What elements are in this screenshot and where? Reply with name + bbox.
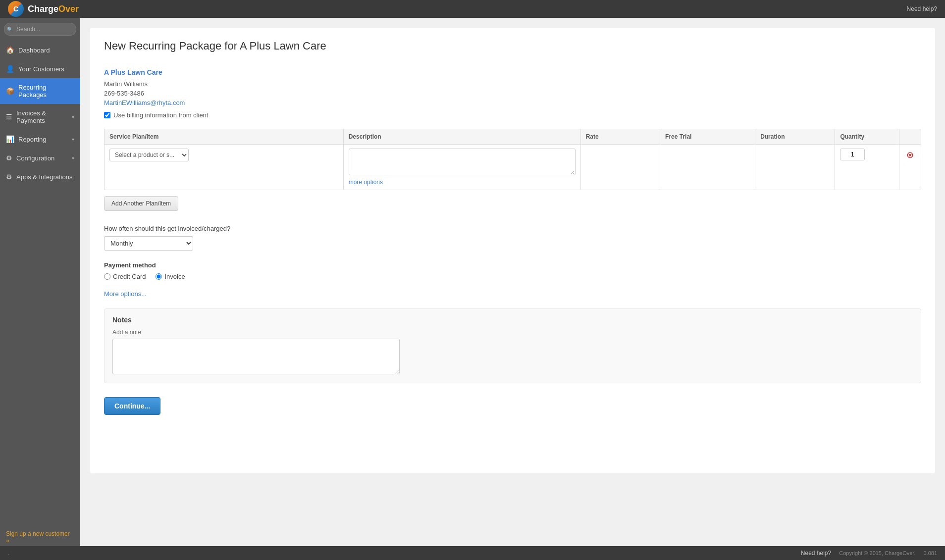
bottom-right: Need help? Copyright © 2015, ChargeOver.… [801, 550, 937, 557]
packages-icon: 📦 [6, 87, 14, 95]
payment-radio-group: Credit Card Invoice [104, 273, 921, 280]
search-wrapper [4, 23, 76, 36]
billing-checkbox-label[interactable]: Use billing information from client [113, 111, 208, 119]
notes-textarea[interactable] [112, 339, 400, 374]
sidebar-label-apps: Apps & Integrations [16, 173, 74, 181]
sidebar-item-apps-integrations[interactable]: ⚙ Apps & Integrations [0, 167, 80, 186]
search-area [0, 18, 80, 41]
sidebar-label-customers: Your Customers [18, 65, 74, 73]
sidebar-nav: 🏠 Dashboard 👤 Your Customers 📦 Recurring… [0, 41, 80, 524]
apps-icon: ⚙ [6, 173, 12, 181]
client-contact: Martin Williams [104, 80, 921, 88]
copyright-text: Copyright © 2015, ChargeOver. [839, 550, 915, 556]
free-trial-cell [660, 145, 755, 190]
chevron-down-icon-reporting: ▾ [72, 137, 74, 142]
service-plan-cell: Select a product or s... [105, 145, 344, 190]
duration-cell [755, 145, 835, 190]
home-icon: 🏠 [6, 46, 14, 54]
sign-up-customer-link[interactable]: Sign up a new customer » [6, 530, 74, 544]
sidebar-item-configuration[interactable]: ⚙ Configuration ▾ [0, 149, 80, 167]
more-options-link[interactable]: more options [349, 179, 576, 186]
invoice-radio[interactable] [156, 273, 162, 280]
sidebar-label-dashboard: Dashboard [18, 47, 74, 54]
sidebar-item-your-customers[interactable]: 👤 Your Customers [0, 59, 80, 78]
billing-checkbox-row: Use billing information from client [104, 111, 921, 119]
quantity-cell: 1 [835, 145, 899, 190]
client-name-link[interactable]: A Plus Lawn Care [104, 68, 921, 76]
sidebar-item-reporting[interactable]: 📊 Reporting ▾ [0, 130, 80, 149]
use-billing-checkbox[interactable] [104, 112, 110, 118]
sidebar-item-recurring-packages[interactable]: 📦 Recurring Packages [0, 78, 80, 104]
th-service-plan: Service Plan/Item [105, 129, 344, 145]
table-row: Select a product or s... more options 1 [105, 145, 921, 190]
sidebar-label-config: Configuration [16, 154, 68, 162]
search-input[interactable] [4, 23, 76, 36]
continue-button[interactable]: Continue... [104, 397, 160, 415]
action-cell: ⊗ [899, 145, 921, 190]
bottom-bar: . Need help? Copyright © 2015, ChargeOve… [0, 546, 945, 560]
more-options-section-link[interactable]: More options... [104, 290, 921, 298]
sidebar-item-invoices-payments[interactable]: ☰ Invoices & Payments ▾ [0, 104, 80, 130]
notes-sublabel: Add a note [112, 329, 913, 336]
th-rate: Rate [580, 129, 660, 145]
sidebar-item-dashboard[interactable]: 🏠 Dashboard [0, 41, 80, 59]
description-textarea[interactable] [349, 149, 576, 175]
th-actions [899, 129, 921, 145]
th-free-trial: Free Trial [660, 129, 755, 145]
description-cell: more options [343, 145, 580, 190]
client-email-link[interactable]: MartinEWilliams@rhyta.com [104, 99, 921, 106]
chevron-down-icon: ▾ [72, 114, 74, 120]
version-text: 0.081 [923, 550, 937, 556]
th-duration: Duration [755, 129, 835, 145]
quantity-input[interactable]: 1 [840, 149, 865, 160]
frequency-select[interactable]: Monthly Weekly Annually Quarterly [104, 236, 193, 251]
notes-section: Notes Add a note [104, 308, 921, 383]
th-description: Description [343, 129, 580, 145]
client-phone: 269-535-3486 [104, 90, 921, 97]
invoice-label: Invoice [164, 273, 185, 280]
credit-card-radio-label[interactable]: Credit Card [104, 273, 146, 280]
remove-row-button[interactable]: ⊗ [904, 151, 916, 159]
credit-card-label: Credit Card [113, 273, 146, 280]
layout: 🏠 Dashboard 👤 Your Customers 📦 Recurring… [0, 18, 945, 560]
bottom-dot: . [8, 550, 9, 557]
credit-card-radio[interactable] [104, 273, 110, 280]
config-icon: ⚙ [6, 154, 12, 162]
invoice-radio-label[interactable]: Invoice [156, 273, 185, 280]
frequency-label: How often should this get invoiced/charg… [104, 225, 921, 232]
customers-icon: 👤 [6, 65, 14, 73]
notes-title: Notes [112, 316, 913, 324]
sidebar-label-invoices: Invoices & Payments [16, 109, 68, 124]
payment-method-title: Payment method [104, 261, 921, 269]
service-plan-table: Service Plan/Item Description Rate Free … [104, 129, 921, 190]
main-content: New Recurring Package for A Plus Lawn Ca… [80, 18, 945, 560]
product-select[interactable]: Select a product or s... [109, 149, 189, 161]
chevron-down-icon-config: ▾ [72, 155, 74, 161]
th-quantity: Quantity [835, 129, 899, 145]
sidebar: 🏠 Dashboard 👤 Your Customers 📦 Recurring… [0, 18, 80, 560]
rate-cell [580, 145, 660, 190]
bottom-help-link[interactable]: Need help? [801, 550, 831, 557]
top-help-link[interactable]: Need help? [907, 5, 937, 12]
page-title: New Recurring Package for A Plus Lawn Ca… [104, 40, 921, 58]
page-container: New Recurring Package for A Plus Lawn Ca… [90, 28, 935, 473]
app-name: ChargeOver [28, 4, 79, 14]
reporting-icon: 📊 [6, 135, 14, 143]
sidebar-label-packages: Recurring Packages [18, 84, 74, 99]
logo-icon: C [8, 1, 24, 17]
logo-area: C ChargeOver [8, 1, 79, 17]
add-plan-button[interactable]: Add Another Plan/Item [104, 196, 178, 211]
sidebar-label-reporting: Reporting [18, 136, 68, 143]
payment-method-section: Payment method Credit Card Invoice [104, 261, 921, 280]
invoices-icon: ☰ [6, 113, 12, 121]
top-bar: C ChargeOver Need help? [0, 0, 945, 18]
